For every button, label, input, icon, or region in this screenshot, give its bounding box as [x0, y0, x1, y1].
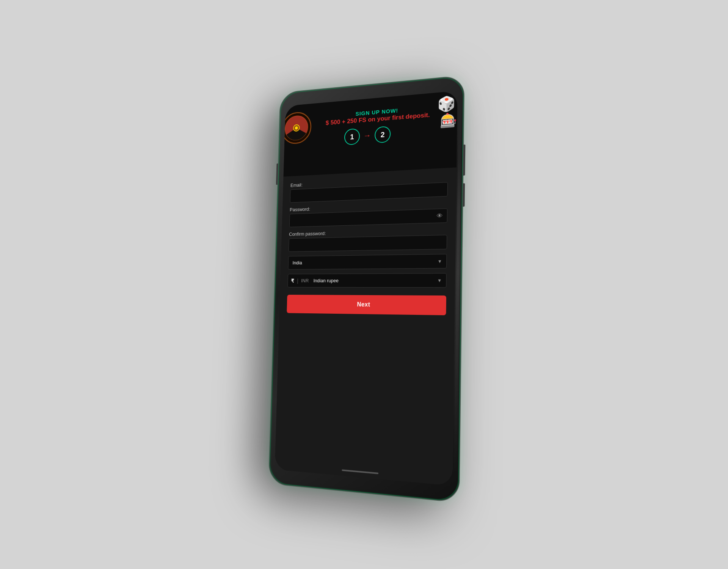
sevens-decoration: 🎰 [440, 112, 457, 129]
email-field-group: Email: [290, 175, 448, 203]
screen-content: × [275, 91, 458, 486]
rupee-icon: ₹ [291, 278, 294, 283]
step-indicators: 1 → 2 [291, 121, 449, 149]
power-button [463, 145, 465, 176]
step-1-circle: 1 [344, 128, 360, 145]
currency-select-wrapper: ₹ | INR Indian rupee US Dollar Euro Brit… [287, 273, 447, 288]
confirm-password-input[interactable] [289, 235, 447, 252]
next-button[interactable]: Next [287, 295, 446, 315]
currency-separator: | [297, 278, 298, 283]
currency-field-group: ₹ | INR Indian rupee US Dollar Euro Brit… [287, 273, 447, 288]
country-field-group: India United States United Kingdom Austr… [288, 254, 447, 269]
promo-banner: × [283, 91, 457, 176]
password-field-group: Password: 👁 [289, 201, 448, 227]
confirm-password-field-group: Confirm password: [289, 227, 447, 251]
dice-decoration: 🎲 [437, 95, 455, 113]
scene: × [193, 19, 535, 550]
signup-form: Email: Password: 👁 Confirm password: [275, 167, 457, 486]
country-select-wrapper: India United States United Kingdom Austr… [288, 254, 447, 269]
roulette-wheel-decoration [283, 111, 313, 149]
currency-select[interactable]: Indian rupee US Dollar Euro British Poun… [287, 273, 447, 288]
country-select[interactable]: India United States United Kingdom Austr… [288, 254, 447, 269]
eye-toggle-icon[interactable]: 👁 [436, 212, 442, 219]
phone-screen: × [275, 91, 458, 486]
currency-code-label: INR [301, 278, 309, 284]
phone-mockup: × [268, 75, 464, 503]
volume-button [276, 163, 278, 185]
step-2-circle: 2 [375, 126, 391, 143]
power-button-lower [463, 183, 465, 207]
step-arrow: → [363, 130, 371, 141]
